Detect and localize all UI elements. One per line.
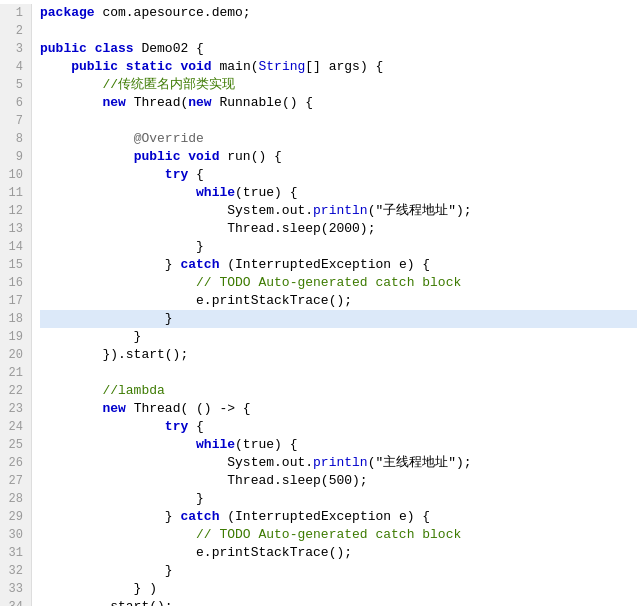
line-number-3: 3: [8, 40, 23, 58]
line-number-7: 7: [8, 112, 23, 130]
line-number-16: 16: [8, 274, 23, 292]
line-number-32: 32: [8, 562, 23, 580]
line-number-18: 18: [8, 310, 23, 328]
code-line-24: try {: [40, 418, 637, 436]
code-line-6: new Thread(new Runnable() {: [40, 94, 637, 112]
code-line-28: }: [40, 490, 637, 508]
line-number-20: 20: [8, 346, 23, 364]
line-number-21: 21: [8, 364, 23, 382]
line-number-5: 5: [8, 76, 23, 94]
line-number-6: 6: [8, 94, 23, 112]
code-line-22: //lambda: [40, 382, 637, 400]
code-line-16: // TODO Auto-generated catch block: [40, 274, 637, 292]
code-line-29: } catch (InterruptedException e) {: [40, 508, 637, 526]
line-number-29: 29: [8, 508, 23, 526]
code-line-34: .start();: [40, 598, 637, 606]
line-number-11: 11: [8, 184, 23, 202]
line-number-14: 14: [8, 238, 23, 256]
line-number-31: 31: [8, 544, 23, 562]
line-number-25: 25: [8, 436, 23, 454]
line-number-23: 23: [8, 400, 23, 418]
line-number-30: 30: [8, 526, 23, 544]
code-line-8: @Override: [40, 130, 637, 148]
code-line-3: public class Demo02 {: [40, 40, 637, 58]
code-line-15: } catch (InterruptedException e) {: [40, 256, 637, 274]
code-line-13: Thread.sleep(2000);: [40, 220, 637, 238]
code-area: package com.apesource.demo; public class…: [32, 4, 637, 606]
code-line-26: System.out.println("主线程地址");: [40, 454, 637, 472]
line-number-24: 24: [8, 418, 23, 436]
code-container: 1234567891011121314151617181920212223242…: [0, 0, 637, 606]
line-number-10: 10: [8, 166, 23, 184]
code-line-32: }: [40, 562, 637, 580]
code-line-7: [40, 112, 637, 130]
code-line-17: e.printStackTrace();: [40, 292, 637, 310]
code-line-9: public void run() {: [40, 148, 637, 166]
code-line-14: }: [40, 238, 637, 256]
line-number-15: 15: [8, 256, 23, 274]
code-line-19: }: [40, 328, 637, 346]
line-number-13: 13: [8, 220, 23, 238]
code-line-31: e.printStackTrace();: [40, 544, 637, 562]
line-numbers: 1234567891011121314151617181920212223242…: [0, 4, 32, 606]
code-line-2: [40, 22, 637, 40]
line-number-22: 22: [8, 382, 23, 400]
code-line-5: //传统匿名内部类实现: [40, 76, 637, 94]
line-number-34: 34: [8, 598, 23, 606]
line-number-27: 27: [8, 472, 23, 490]
code-line-11: while(true) {: [40, 184, 637, 202]
code-line-20: }).start();: [40, 346, 637, 364]
line-number-8: 8: [8, 130, 23, 148]
code-line-33: } ): [40, 580, 637, 598]
code-line-4: public static void main(String[] args) {: [40, 58, 637, 76]
code-line-21: [40, 364, 637, 382]
code-line-1: package com.apesource.demo;: [40, 4, 637, 22]
line-number-17: 17: [8, 292, 23, 310]
line-number-9: 9: [8, 148, 23, 166]
code-line-30: // TODO Auto-generated catch block: [40, 526, 637, 544]
line-number-19: 19: [8, 328, 23, 346]
line-number-33: 33: [8, 580, 23, 598]
line-number-2: 2: [8, 22, 23, 40]
code-line-27: Thread.sleep(500);: [40, 472, 637, 490]
line-number-26: 26: [8, 454, 23, 472]
line-number-12: 12: [8, 202, 23, 220]
line-number-1: 1: [8, 4, 23, 22]
line-number-28: 28: [8, 490, 23, 508]
line-number-4: 4: [8, 58, 23, 76]
code-line-25: while(true) {: [40, 436, 637, 454]
code-line-10: try {: [40, 166, 637, 184]
code-line-12: System.out.println("子线程地址");: [40, 202, 637, 220]
code-line-23: new Thread( () -> {: [40, 400, 637, 418]
code-line-18: }: [40, 310, 637, 328]
